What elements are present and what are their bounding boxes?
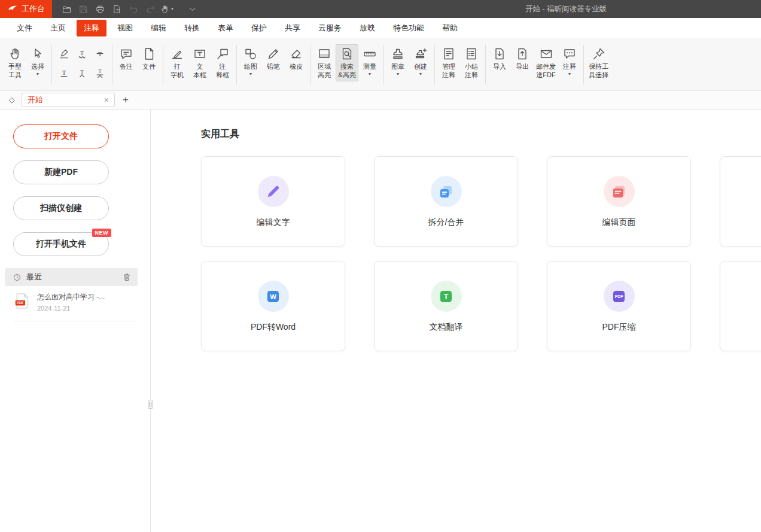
pdf-compress-icon: PDF bbox=[604, 281, 635, 312]
redo-icon[interactable] bbox=[142, 0, 159, 18]
tools-card-grid: 编辑文字拆分/合并编辑页面WPDF转WordT文档翻译PDFPDF压缩 bbox=[201, 156, 761, 351]
ribbon-tool-create-stamp[interactable]: 创建▼ bbox=[409, 44, 432, 78]
ribbon-tool-search-highlight[interactable]: 搜索 &高亮 bbox=[336, 44, 358, 81]
menu-item-share[interactable]: 共享 bbox=[276, 20, 309, 37]
recent-header: 最近 bbox=[5, 268, 138, 286]
ribbon-tool-measure[interactable]: 测量▼ bbox=[358, 44, 381, 78]
menu-item-file[interactable]: 文件 bbox=[8, 20, 41, 37]
card-doc-translate[interactable]: T文档翻译 bbox=[374, 261, 518, 351]
ribbon-tool-comments[interactable]: 注释▼ bbox=[558, 44, 581, 78]
ribbon-tool-highlight[interactable] bbox=[56, 45, 72, 63]
card-pdf-to-word-label: PDF转Word bbox=[251, 322, 296, 333]
ribbon-tool-squiggly-underline[interactable]: T bbox=[74, 45, 90, 63]
svg-text:T: T bbox=[62, 69, 66, 76]
export-comments-icon bbox=[515, 46, 530, 62]
menu-item-convert[interactable]: 转换 bbox=[175, 20, 209, 37]
drawing-label: 绘图 bbox=[244, 63, 257, 71]
card-pdf-compress[interactable]: PDFPDF压缩 bbox=[547, 261, 691, 351]
open-phone-file-button[interactable]: 打开手机文件NEW bbox=[13, 232, 109, 256]
recent-file-texts: 怎么面对高中学习 -... 2024-11-21 bbox=[37, 292, 105, 312]
file-attachment-label: 文件 bbox=[142, 63, 156, 71]
recent-file-title: 怎么面对高中学习 -... bbox=[37, 292, 105, 302]
edit-pages-icon bbox=[604, 176, 635, 207]
menu-item-protect[interactable]: 保护 bbox=[242, 20, 276, 37]
ribbon-separator bbox=[583, 45, 584, 84]
card-edit-text[interactable]: 编辑文字 bbox=[201, 156, 345, 247]
export-page-icon[interactable] bbox=[108, 0, 125, 18]
card-edit-pages[interactable]: 编辑页面 bbox=[547, 156, 691, 247]
undo-icon[interactable] bbox=[125, 0, 142, 18]
section-title: 实用工具 bbox=[201, 127, 761, 141]
ribbon-tool-pencil[interactable]: 铅笔 bbox=[262, 44, 285, 73]
ribbon-tool-replace-text[interactable]: T bbox=[92, 64, 108, 82]
ribbon-tool-insert-text[interactable]: T bbox=[74, 64, 90, 82]
open-file-label: 打开文件 bbox=[44, 131, 78, 142]
eraser-label: 橡皮 bbox=[290, 63, 303, 71]
ribbon-tool-textbox[interactable]: 文 本框 bbox=[188, 44, 211, 81]
clear-recent-button[interactable] bbox=[122, 272, 132, 282]
ribbon-tool-summarize-comments[interactable]: 小结 注释 bbox=[460, 44, 483, 81]
keep-tool-selected-label: 保持工 具选择 bbox=[589, 63, 608, 80]
ribbon-tool-import-comments[interactable]: 导入 bbox=[488, 44, 511, 73]
ribbon-tool-email-fdf[interactable]: 邮件发 送FDF bbox=[534, 44, 558, 81]
scanner-create-button[interactable]: 扫描仪创建 bbox=[13, 196, 109, 220]
comments-label: 注释 bbox=[563, 63, 576, 71]
diamond-icon[interactable] bbox=[5, 95, 18, 105]
toolbar-options-icon[interactable] bbox=[184, 0, 200, 18]
new-pdf-button[interactable]: 新建PDF bbox=[13, 160, 109, 184]
menu-item-slideshow[interactable]: 放映 bbox=[351, 20, 384, 37]
menu-item-edit[interactable]: 编辑 bbox=[142, 20, 175, 37]
select-cursor-icon bbox=[30, 46, 45, 62]
menu-item-form[interactable]: 表单 bbox=[209, 20, 242, 37]
menu-item-features[interactable]: 特色功能 bbox=[384, 20, 433, 37]
save-icon[interactable] bbox=[75, 0, 92, 18]
menu-item-help[interactable]: 帮助 bbox=[433, 20, 467, 37]
menu-item-home[interactable]: 主页 bbox=[41, 20, 75, 37]
keep-tool-icon bbox=[591, 46, 607, 62]
tab-start[interactable]: 开始 × bbox=[22, 93, 115, 107]
sidebar-resize-handle[interactable] bbox=[148, 400, 153, 409]
search-highlight-label: 搜索 &高亮 bbox=[338, 63, 355, 80]
ribbon-tool-stamp[interactable]: 图章▼ bbox=[386, 44, 409, 78]
ribbon-tool-export-comments[interactable]: 导出 bbox=[511, 44, 534, 73]
ribbon-tool-typewriter[interactable]: 打 字机 bbox=[166, 44, 188, 81]
menu-item-cloud-service[interactable]: 云服务 bbox=[309, 20, 351, 37]
ribbon-tool-note[interactable]: 备注 bbox=[115, 44, 138, 73]
card-split-merge[interactable]: 拆分/合并 bbox=[374, 156, 518, 247]
pdf-word-icon: W bbox=[258, 281, 289, 312]
recent-file-item[interactable]: PDF 怎么面对高中学习 -... 2024-11-21 bbox=[13, 292, 138, 321]
ribbon-separator bbox=[112, 45, 112, 84]
recent-file-date: 2024-11-21 bbox=[37, 305, 105, 312]
new-badge: NEW bbox=[92, 229, 112, 237]
ribbon-tool-strikeout[interactable]: T bbox=[92, 45, 108, 63]
ribbon-tool-select[interactable]: 选择▼ bbox=[26, 44, 49, 78]
ribbon-tool-eraser[interactable]: 橡皮 bbox=[285, 44, 308, 73]
ribbon-tool-underline[interactable]: T bbox=[56, 64, 72, 82]
open-folder-icon[interactable] bbox=[58, 0, 75, 18]
stamp-label: 图章 bbox=[391, 63, 404, 71]
chevron-down-icon: ▼ bbox=[249, 72, 253, 76]
card-doc-translate-label: 文档翻译 bbox=[430, 322, 463, 333]
card-edit-pages-label: 编辑页面 bbox=[602, 217, 636, 228]
sidebar-buttons: 打开文件新建PDF扫描仪创建打开手机文件NEW bbox=[0, 124, 150, 256]
ribbon-tool-callout[interactable]: 注 释框 bbox=[211, 44, 234, 81]
tab-close-icon[interactable]: × bbox=[104, 96, 109, 104]
ribbon-tool-area-highlight[interactable]: 区域 高亮 bbox=[313, 44, 336, 81]
menu-item-comment[interactable]: 注释 bbox=[77, 20, 106, 37]
manage-comments-icon bbox=[441, 46, 456, 62]
ribbon-tool-keep-tool-selected[interactable]: 保持工 具选择 bbox=[586, 44, 611, 81]
menu-item-view[interactable]: 视图 bbox=[108, 20, 142, 37]
ribbon-tool-file-attachment[interactable]: 文件 bbox=[138, 44, 160, 73]
hand-tool-small-icon[interactable]: ▼ bbox=[159, 0, 175, 18]
new-tab-button[interactable]: + bbox=[123, 94, 129, 106]
workspace-button[interactable]: 工作台 bbox=[0, 0, 52, 18]
open-file-button[interactable]: 打开文件 bbox=[13, 124, 109, 148]
card-pdf-to-word[interactable]: WPDF转Word bbox=[201, 261, 345, 351]
print-icon[interactable] bbox=[92, 0, 108, 18]
new-pdf-label: 新建PDF bbox=[44, 167, 78, 178]
card-partial-card-2[interactable] bbox=[720, 261, 761, 351]
ribbon-tool-hand-tool[interactable]: 手型 工具 bbox=[4, 44, 26, 81]
ribbon-tool-drawing[interactable]: 绘图▼ bbox=[239, 44, 262, 78]
card-partial-card-1[interactable] bbox=[720, 156, 761, 247]
ribbon-tool-manage-comments[interactable]: 管理 注释 bbox=[437, 44, 460, 81]
